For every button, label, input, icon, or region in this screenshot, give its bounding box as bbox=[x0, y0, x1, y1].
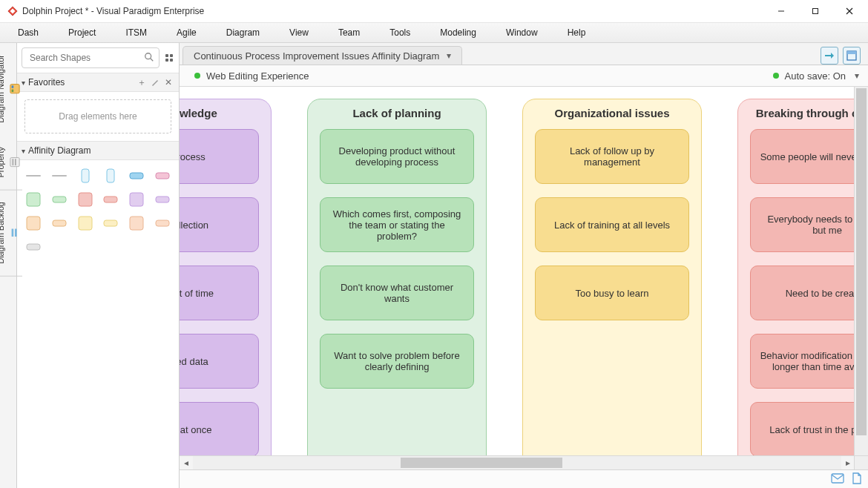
left-panel: ▾ Favorites ＋ ✕ Drag elements here ▾ Aff… bbox=[17, 43, 180, 488]
window-close-button[interactable] bbox=[832, 0, 867, 22]
affinity-card[interactable]: Want to solve problem before clearly def… bbox=[320, 334, 474, 389]
menu-dash[interactable]: Dash bbox=[3, 23, 53, 42]
scroll-track[interactable] bbox=[193, 456, 841, 469]
svg-rect-34 bbox=[27, 244, 40, 250]
context-label[interactable]: Web Editing Experience bbox=[206, 70, 309, 82]
favorites-header[interactable]: ▾ Favorites ＋ ✕ bbox=[17, 73, 179, 92]
affinity-card[interactable]: Behavior modification may take longer th… bbox=[750, 334, 868, 389]
scroll-thumb[interactable] bbox=[401, 458, 563, 468]
shape-card-yellow[interactable] bbox=[100, 215, 121, 231]
shape-card-pink[interactable] bbox=[152, 168, 173, 184]
diagram-canvas[interactable]: knowledge process collection nent of tim… bbox=[180, 87, 868, 469]
shape-card-purple[interactable] bbox=[152, 191, 173, 208]
palette-options-icon[interactable] bbox=[164, 53, 174, 63]
menu-agile[interactable]: Agile bbox=[162, 23, 211, 42]
affinity-card[interactable]: Developing product without developing pr… bbox=[320, 129, 474, 184]
affinity-card[interactable]: collection bbox=[180, 197, 259, 252]
fit-window-icon[interactable] bbox=[843, 47, 861, 65]
side-tab-diagram-navigator[interactable]: Diagram Navigator bbox=[0, 43, 22, 135]
menu-modeling[interactable]: Modeling bbox=[425, 23, 491, 42]
shape-container-peach[interactable] bbox=[126, 215, 147, 231]
group-knowledge[interactable]: knowledge process collection nent of tim… bbox=[180, 99, 272, 469]
side-tabs: Diagram Navigator Property Diagram Backl… bbox=[0, 43, 17, 488]
svg-rect-30 bbox=[79, 217, 92, 230]
document-icon[interactable] bbox=[852, 472, 862, 487]
favorites-edit-button[interactable] bbox=[149, 76, 161, 88]
editor-area: Continuous Process Improvement Issues Af… bbox=[180, 43, 868, 488]
shape-container-orange[interactable] bbox=[23, 215, 44, 231]
shape-card-blue[interactable] bbox=[126, 168, 147, 184]
shape-line-gray[interactable] bbox=[23, 168, 44, 184]
shape-container-purple[interactable] bbox=[126, 191, 147, 208]
group-planning[interactable]: Lack of planning Developing product with… bbox=[307, 99, 487, 469]
affinity-section-header[interactable]: ▾ Affinity Diagram bbox=[17, 141, 179, 160]
favorites-close-button[interactable]: ✕ bbox=[162, 76, 174, 88]
affinity-card[interactable]: Need to be creative bbox=[750, 266, 868, 320]
svg-rect-24 bbox=[79, 193, 92, 206]
statusbar bbox=[180, 469, 868, 488]
shape-container-cyan-outline[interactable] bbox=[75, 168, 96, 184]
chevron-down-icon[interactable]: ▾ bbox=[855, 70, 859, 81]
shape-card-orange[interactable] bbox=[49, 215, 70, 231]
affinity-card[interactable]: Everybody needs to change but me bbox=[750, 197, 868, 252]
svg-rect-13 bbox=[15, 229, 17, 237]
shape-container-green[interactable] bbox=[23, 191, 44, 208]
horizontal-scrollbar[interactable]: ◂ ▸ bbox=[180, 455, 855, 469]
menu-view[interactable]: View bbox=[274, 23, 323, 42]
mail-icon[interactable] bbox=[831, 473, 844, 487]
affinity-card[interactable]: Lack of trust in the process bbox=[750, 402, 868, 457]
scroll-right-icon[interactable]: ▸ bbox=[841, 456, 855, 469]
group-organizational[interactable]: Organizational issues Lack of follow up … bbox=[522, 99, 702, 469]
affinity-card[interactable]: Which comes first, composing the team or… bbox=[320, 197, 474, 252]
shape-container-cyan-outline[interactable] bbox=[100, 168, 121, 184]
window-minimize-button[interactable] bbox=[764, 0, 798, 22]
search-shapes-input[interactable] bbox=[28, 52, 144, 64]
shape-card-gray[interactable] bbox=[23, 239, 44, 255]
autosave-label[interactable]: Auto save: On bbox=[785, 70, 846, 82]
menu-diagram[interactable]: Diagram bbox=[211, 23, 274, 42]
shape-card-green[interactable] bbox=[49, 191, 70, 208]
vertical-scrollbar[interactable] bbox=[854, 87, 868, 456]
svg-rect-8 bbox=[12, 85, 14, 88]
shape-line-gray[interactable] bbox=[49, 168, 70, 184]
workspace: Diagram Navigator Property Diagram Backl… bbox=[0, 43, 868, 488]
side-tab-property[interactable]: Property bbox=[0, 135, 22, 191]
affinity-card[interactable]: Some people will never change bbox=[750, 129, 868, 184]
window-maximize-button[interactable] bbox=[798, 0, 832, 22]
svg-rect-3 bbox=[813, 9, 818, 14]
menu-window[interactable]: Window bbox=[491, 23, 553, 42]
feedback-icon[interactable] bbox=[821, 47, 838, 65]
menu-tools[interactable]: Tools bbox=[375, 23, 425, 42]
canvas-viewport[interactable]: knowledge process collection nent of tim… bbox=[180, 87, 868, 469]
shape-card-peach[interactable] bbox=[152, 215, 173, 231]
favorites-drop-area[interactable]: Drag elements here bbox=[24, 99, 171, 133]
group-old-ways[interactable]: Breaking through old ways Some people wi… bbox=[737, 99, 868, 469]
shape-container-red[interactable] bbox=[75, 191, 96, 208]
affinity-card[interactable]: cts at once bbox=[180, 402, 259, 457]
shape-container-yellow[interactable] bbox=[75, 215, 96, 231]
side-tab-label: Diagram Navigator bbox=[0, 55, 5, 123]
affinity-card[interactable]: Too busy to learn bbox=[535, 266, 689, 320]
search-icon[interactable] bbox=[144, 52, 154, 65]
autosave-dot-icon bbox=[773, 73, 779, 79]
affinity-card[interactable]: nent of time bbox=[180, 266, 259, 320]
side-tab-diagram-backlog[interactable]: Diagram Backlog bbox=[0, 190, 22, 277]
menu-help[interactable]: Help bbox=[553, 23, 601, 42]
affinity-card[interactable]: Lack of training at all levels bbox=[535, 197, 689, 252]
affinity-card[interactable]: Don't know what customer wants bbox=[320, 266, 474, 320]
menu-itsm[interactable]: ITSM bbox=[111, 23, 162, 42]
group-title: Lack of planning bbox=[308, 107, 486, 119]
diagram-tab-active[interactable]: Continuous Process Improvement Issues Af… bbox=[183, 46, 462, 65]
affinity-card[interactable]: Lack of follow up by management bbox=[535, 129, 689, 184]
menu-project[interactable]: Project bbox=[53, 23, 111, 42]
property-icon bbox=[10, 157, 20, 168]
favorites-add-button[interactable]: ＋ bbox=[136, 76, 148, 88]
affinity-card[interactable]: process bbox=[180, 129, 259, 184]
scroll-left-icon[interactable]: ◂ bbox=[180, 456, 193, 469]
scroll-thumb[interactable] bbox=[856, 88, 867, 435]
shape-card-red[interactable] bbox=[100, 191, 121, 208]
app-icon bbox=[7, 6, 18, 16]
search-shapes-box[interactable] bbox=[22, 47, 160, 68]
affinity-card[interactable]: cted data bbox=[180, 334, 259, 389]
menu-team[interactable]: Team bbox=[323, 23, 375, 42]
